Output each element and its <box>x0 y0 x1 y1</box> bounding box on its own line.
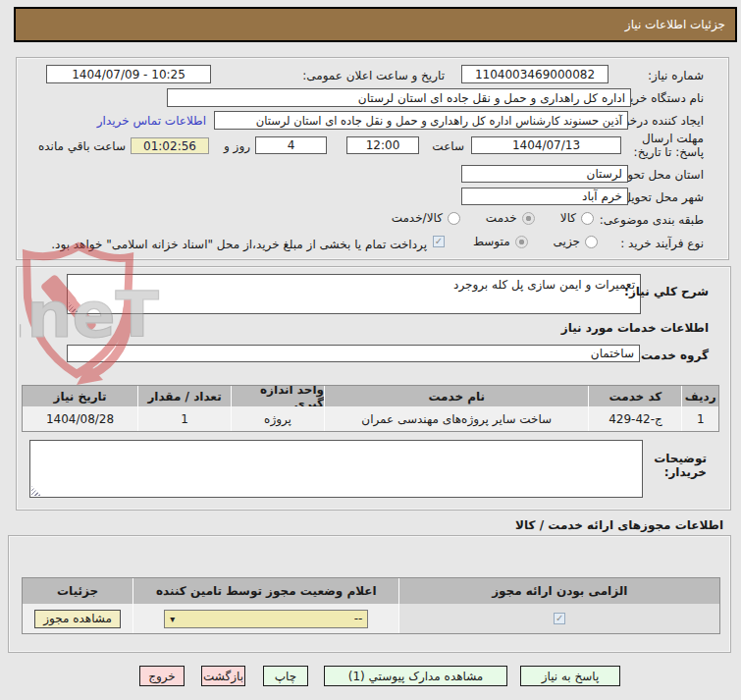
deadline-date-field[interactable]: 1404/07/13 <box>471 136 621 154</box>
hour-label: ساعت <box>432 139 464 153</box>
services-table-header-row: ردیف کد خدمت نام خدمت واحد اندازه گیری ت… <box>23 386 718 406</box>
services-section-header: اطلاعات خدمات مورد نیاز <box>561 321 709 335</box>
radio-selected-icon[interactable] <box>515 236 528 248</box>
radio-icon[interactable] <box>581 212 594 225</box>
cell-need-date: 1404/08/28 <box>23 406 137 431</box>
permits-table: الزامی بودن ارائه مجوز اعلام وضعیت مجوز … <box>22 577 720 634</box>
cell-permit-status: -- ▾ <box>132 604 398 633</box>
buyer-contact-link[interactable]: اطلاعات تماس خریدار <box>97 114 206 128</box>
resize-grip-icon[interactable] <box>69 302 79 312</box>
col-header-details: جزئیات <box>23 578 132 604</box>
page-title: جزئیات اطلاعات نیاز <box>14 7 737 42</box>
announce-datetime-label: تاریخ و ساعت اعلان عمومی: <box>302 69 445 82</box>
radio-selected-icon[interactable] <box>522 212 535 225</box>
need-description-text: تعمیرات و ایمن سازی پل کله بروجرد <box>453 278 635 292</box>
days-field[interactable]: 4 <box>255 136 327 154</box>
radio-option-goods-service[interactable]: کالا/خدمت <box>392 211 460 225</box>
col-header-quantity: تعداد / مقدار <box>137 386 231 406</box>
announce-datetime-field[interactable]: 1404/07/09 - 10:25 <box>46 65 211 83</box>
buyer-org-field[interactable]: اداره کل راهداری و حمل و نقل جاده ای است… <box>167 88 631 107</box>
process-type-label: نوع فرآیند خرید : <box>620 237 704 250</box>
need-details-page: جزئیات اطلاعات نیاز شماره نیاز: 11040034… <box>0 0 741 700</box>
services-table-row: 1 ج-42-429 ساخت سایر پروژه‌های مهندسی عم… <box>23 406 718 431</box>
cell-permit-required: ✓ <box>398 604 719 633</box>
print-button[interactable]: چاپ <box>263 666 308 686</box>
col-header-need-date: تاریخ نیاز <box>23 386 137 406</box>
radio-option-medium[interactable]: متوسط <box>473 235 528 248</box>
chevron-down-icon: ▾ <box>170 614 175 624</box>
radio-option-label: خدمت <box>486 211 517 225</box>
permit-required-checkbox[interactable]: ✓ <box>554 613 565 624</box>
service-group-label: گروه خدمت: <box>636 349 709 362</box>
services-table: ردیف کد خدمت نام خدمت واحد اندازه گیری ت… <box>22 385 719 432</box>
permit-status-select[interactable]: -- ▾ <box>164 610 368 628</box>
service-group-field[interactable]: ساختمان <box>67 345 640 362</box>
respond-to-need-button[interactable]: پاسخ به نیاز <box>520 666 620 686</box>
permits-section-header: اطلاعات مجوزهای ارائه خدمت / کالا <box>515 518 723 532</box>
need-number-field[interactable]: 1104003469000082 <box>461 65 609 83</box>
process-radio-group: جزیی متوسط <box>448 235 598 248</box>
view-permit-button[interactable]: مشاهده مجوز <box>34 610 121 628</box>
cell-details: مشاهده مجوز <box>23 604 132 633</box>
radio-option-label: کالا <box>560 211 576 225</box>
need-description-label: شرح کلي نیاز: <box>624 285 709 298</box>
deadline-label: مهلت ارسال پاسخ: تا تاریخ: <box>623 132 704 159</box>
province-field[interactable]: لرستان <box>461 165 628 183</box>
view-attached-docs-button[interactable]: مشاهده مدارک پیوستي (1) <box>324 666 507 686</box>
countdown-timer: 01:02:56 <box>131 137 209 154</box>
permits-table-header-row: الزامی بودن ارائه مجوز اعلام وضعیت مجوز … <box>23 578 719 604</box>
radio-icon[interactable] <box>448 212 460 225</box>
need-number-label: شماره نیاز: <box>648 69 704 82</box>
radio-option-label: کالا/خدمت <box>392 211 443 225</box>
permits-table-row: ✓ -- ▾ مشاهده مجوز <box>23 604 719 633</box>
exit-button[interactable]: خروج <box>139 666 185 686</box>
col-header-permit-status: اعلام وضعیت مجوز توسط تامین کننده <box>132 578 398 604</box>
days-label: روز و <box>224 139 250 153</box>
need-description-textarea[interactable]: تعمیرات و ایمن سازی پل کله بروجرد <box>67 274 641 314</box>
classification-label: طبقه بندی موضوعی: <box>600 213 704 227</box>
col-header-service-code: کد خدمت <box>588 386 681 406</box>
city-label: شهر محل تحویل: <box>618 190 704 204</box>
buyer-notes-label: توضیحات خریدار: <box>644 452 707 479</box>
radio-option-label: جزیی <box>554 235 580 248</box>
col-header-service-name: نام خدمت <box>324 386 588 406</box>
resize-grip-icon[interactable] <box>31 486 41 496</box>
radio-option-service[interactable]: خدمت <box>486 211 535 225</box>
radio-option-label: متوسط <box>473 235 510 248</box>
cell-quantity: 1 <box>137 406 231 431</box>
treasury-note: پرداخت تمام یا بخشی از مبلغ خرید،از محل … <box>51 238 427 251</box>
cell-service-code: ج-42-429 <box>588 406 681 431</box>
requester-field[interactable]: آذین حسنوند کارشناس اداره کل راهداری و ح… <box>214 111 628 130</box>
treasury-checkbox[interactable]: ✓ <box>433 236 445 247</box>
radio-option-goods[interactable]: کالا <box>560 211 594 225</box>
col-header-permit-required: الزامی بودن ارائه مجوز <box>398 578 719 604</box>
col-header-unit: واحد اندازه گیری <box>231 386 324 406</box>
classification-radio-group: کالا خدمت کالا/خدمت <box>366 211 594 225</box>
radio-option-partial[interactable]: جزیی <box>554 235 598 248</box>
back-button[interactable]: بازگشت <box>201 666 245 686</box>
cell-service-name: ساخت سایر پروژه‌های مهندسی عمران <box>324 406 588 431</box>
permit-status-value: -- <box>354 612 363 625</box>
col-header-row-number: ردیف <box>681 386 718 406</box>
buyer-notes-textarea[interactable] <box>29 440 643 498</box>
deadline-time-field[interactable]: 12:00 <box>346 136 419 154</box>
remaining-label: ساعت باقي مانده <box>38 139 126 153</box>
cell-unit: پروژه <box>231 406 324 431</box>
city-field[interactable]: خرم آباد <box>461 188 628 205</box>
radio-icon[interactable] <box>585 236 598 248</box>
cell-row-number: 1 <box>681 406 718 431</box>
